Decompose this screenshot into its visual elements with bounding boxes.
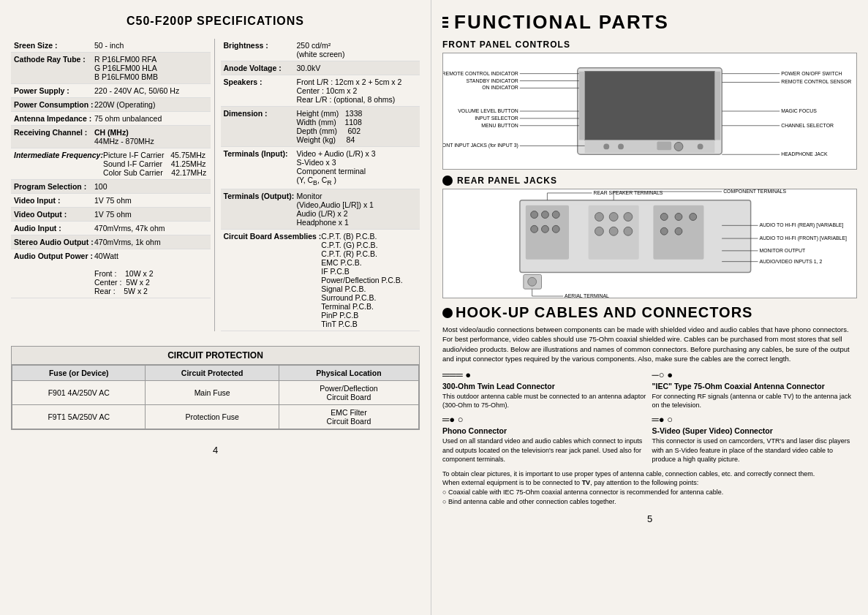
spec-value-ps: 220 - 240V AC, 50/60 Hz	[94, 86, 208, 95]
svg-point-44	[609, 213, 618, 222]
svg-rect-1	[585, 72, 715, 140]
svg-text:VOLUME LEVEL BUTTON: VOLUME LEVEL BUTTON	[458, 108, 518, 113]
circuit-cell: Power/DeflectionCircuit Board	[279, 381, 418, 405]
spec-value-pc: 220W (Operating)	[94, 100, 208, 109]
svg-text:MONITOR OUTPUT: MONITOR OUTPUT	[759, 248, 805, 253]
svg-rect-3	[714, 72, 720, 140]
spec-row: Audio Output Power : 40WattFront : 10W x…	[11, 249, 211, 298]
spec-label-screen: Sreen Size :	[14, 41, 94, 50]
connector-desc-phono: Used on all standard video and audio cab…	[442, 437, 648, 463]
circuit-table: Fuse (or Device) Circuit Protected Physi…	[12, 365, 419, 429]
svg-point-38	[552, 211, 559, 219]
spec-row: Intermediate Frequency: Picture I-F Carr…	[11, 148, 211, 180]
spec-row: Power Supply : 220 - 240V AC, 50/60 Hz	[11, 84, 211, 98]
spec-row: Brightness : 250 cd/m²(white screen)	[221, 39, 420, 61]
spec-value-stereoout: 470mVrms, 1k ohm	[94, 238, 208, 246]
svg-text:AUDIO TO HI-FI (FRONT) [VARIAB: AUDIO TO HI-FI (FRONT) [VARIABLE]	[759, 235, 847, 241]
svg-text:COMPONENT TERMINALS: COMPONENT TERMINALS	[723, 189, 786, 194]
spec-value-termoutput: Monitor(Video,Audio [L/R]) x 1Audio (L/R…	[297, 192, 374, 227]
spec-value-vi: 1V 75 ohm	[94, 196, 208, 205]
spec-label-ps: Power Supply :	[14, 86, 94, 95]
hookup-bullet	[442, 308, 453, 318]
spec-row: Circuit Board Assemblies : C.P.T. (B) P.…	[221, 230, 420, 331]
spec-label-terminput: Terminals (Input):	[224, 149, 297, 186]
spec-row: Power Consumption : 220W (Operating)	[11, 98, 211, 112]
connector-desc-300ohm: This outdoor antenna cable must be conne…	[442, 392, 648, 410]
left-page: C50-F200P SPECIFICATIONS Sreen Size : 50…	[0, 0, 431, 615]
connectors-grid: ═══ ● 300-Ohm Twin Lead Connector This o…	[442, 369, 857, 464]
circuit-col-fuse: Fuse (or Device)	[12, 366, 146, 381]
svg-text:FRONT INPUT JACKS (for INPUT 3: FRONT INPUT JACKS (for INPUT 3)	[443, 143, 518, 148]
svg-point-41	[552, 225, 559, 233]
circuit-cell: Main Fuse	[146, 381, 279, 405]
spec-row: Antenna Impedance : 75 ohm unbalanced	[11, 112, 211, 126]
right-page: FUNCTIONAL PARTS FRONT PANEL CONTROLS RE…	[431, 0, 868, 615]
front-panel-svg: REMOTE CONTROL INDICATOR STANDBY INDICAT…	[443, 53, 856, 169]
spec-row: Receiving Channel : CH (MHz)44MHz - 870M…	[11, 126, 211, 148]
spec-value-prog: 100	[94, 182, 208, 191]
connector-name-300ohm: 300-Ohm Twin Lead Connector	[442, 382, 648, 390]
circuit-row: F901 4A/250V AC Main Fuse Power/Deflecti…	[12, 381, 419, 405]
title-bar-icon	[442, 17, 448, 28]
svg-point-48	[624, 227, 633, 235]
circuit-row: F9T1 5A/250V AC Protection Fuse EMC Filt…	[12, 405, 419, 429]
rear-panel-title: REAR PANEL JACKS	[457, 176, 557, 186]
spec-col-right: Brightness : 250 cd/m²(white screen) Ano…	[215, 39, 420, 331]
spec-label-aop: Audio Output Power :	[14, 252, 94, 295]
spec-label-prog: Program Selection :	[14, 182, 94, 191]
svg-point-56	[528, 277, 537, 286]
spec-label-rc: Receiving Channel :	[14, 128, 94, 146]
svg-point-6	[618, 143, 624, 149]
svg-point-51	[675, 214, 682, 221]
svg-text:CHANNEL SELECTOR: CHANNEL SELECTOR	[781, 123, 834, 128]
svg-text:MENU BUTTON: MENU BUTTON	[481, 123, 518, 128]
spec-value-speakers: Front L/R : 12cm x 2 + 5cm x 2Center : 1…	[297, 78, 402, 104]
spec-value-ai: 75 ohm unbalanced	[94, 114, 208, 123]
spec-value-brightness: 250 cd/m²(white screen)	[297, 41, 345, 59]
spec-value-anode: 30.0kV	[297, 64, 321, 72]
connector-symbol-svideo: ═● ○	[652, 414, 858, 425]
svg-text:AERIAL TERMINAL: AERIAL TERMINAL	[565, 293, 609, 298]
svg-point-45	[624, 213, 633, 222]
svg-point-5	[603, 143, 609, 149]
rear-panel-diagram: REAR SPEAKER TERMINALS COMPONENT TERMINA…	[442, 189, 857, 298]
svg-point-47	[609, 227, 618, 235]
spec-label-termoutput: Terminals (Output):	[224, 192, 297, 227]
spec-row: Cathode Ray Tube : R P16LFM00 RFAG P16LF…	[11, 53, 211, 84]
spec-label-ai: Antenna Impedance :	[14, 114, 94, 123]
antenna-note: To obtain clear pictures, it is importan…	[442, 469, 857, 506]
circuit-col-location: Physical Location	[279, 366, 418, 381]
spec-row: Sreen Size : 50 - inch	[11, 39, 211, 53]
svg-point-36	[531, 211, 538, 219]
spec-columns: Sreen Size : 50 - inch Cathode Ray Tube …	[11, 39, 420, 331]
spec-label-speakers: Speakers :	[224, 78, 297, 104]
svg-text:REMOTE CONTROL SENSOR: REMOTE CONTROL SENSOR	[781, 79, 851, 84]
svg-point-37	[542, 211, 549, 219]
functional-title: FUNCTIONAL PARTS	[442, 11, 857, 34]
page-number-left: 4	[11, 445, 420, 456]
spec-col-left: Sreen Size : 50 - inch Cathode Ray Tube …	[11, 39, 215, 331]
svg-point-54	[675, 227, 682, 235]
circuit-cell: F901 4A/250V AC	[12, 381, 146, 405]
spec-label-pc: Power Consumption :	[14, 100, 94, 109]
hookup-intro: Most video/audio connections between com…	[442, 325, 857, 363]
rear-panel-bullet	[442, 176, 453, 186]
spec-row: Video Output : 1V 75 ohm	[11, 208, 211, 222]
spec-value-if: Picture I-F Carrier 45.75MHzSound I-F Ca…	[103, 151, 208, 177]
spec-row: Program Selection : 100	[11, 180, 211, 194]
antenna-note-text: To obtain clear pictures, it is importan…	[442, 469, 857, 506]
rear-panel-svg: REAR SPEAKER TERMINALS COMPONENT TERMINA…	[443, 189, 856, 298]
spec-row: Terminals (Input): Video + Audio (L/R) x…	[221, 147, 420, 189]
spec-label-dim: Dimension :	[224, 109, 297, 144]
spec-row: Audio Input : 470mVrms, 47k ohm	[11, 222, 211, 235]
svg-text:HEADPHONE JACK: HEADPHONE JACK	[781, 151, 828, 156]
svg-point-50	[660, 214, 668, 221]
spec-row: Stereo Audio Output : 470mVrms, 1k ohm	[11, 235, 211, 249]
svg-text:STANDBY INDICATOR: STANDBY INDICATOR	[467, 78, 518, 83]
spec-label-vi: Video Input :	[14, 196, 94, 205]
spec-row: Video Input : 1V 75 ohm	[11, 194, 211, 208]
spec-title: C50-F200P SPECIFICATIONS	[11, 15, 420, 28]
hookup-title-text: HOOK-UP CABLES AND CONNECTORS	[456, 304, 752, 321]
connector-name-svideo: S-Video (Super Video) Connector	[652, 426, 858, 435]
spec-row: Dimension : Height (mm) 1338Width (mm) 1…	[221, 107, 420, 147]
